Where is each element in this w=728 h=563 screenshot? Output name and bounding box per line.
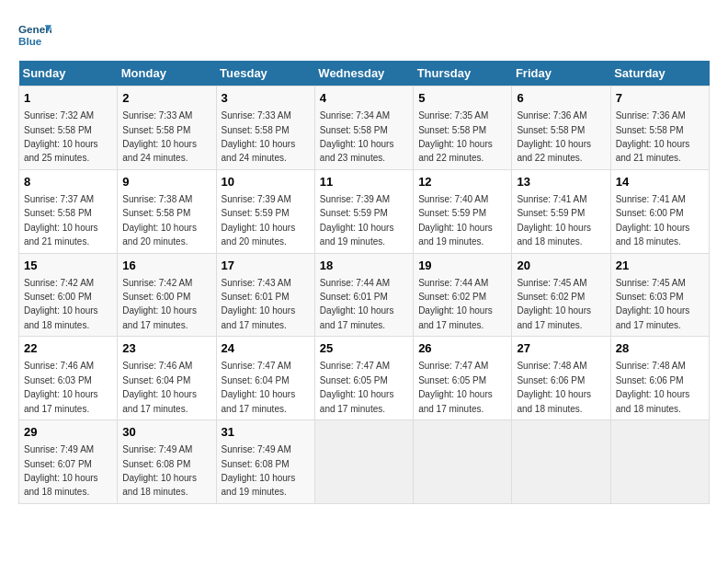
- day-detail: Sunrise: 7:44 AMSunset: 6:01 PMDaylight:…: [320, 278, 394, 330]
- day-detail: Sunrise: 7:44 AMSunset: 6:02 PMDaylight:…: [418, 278, 493, 330]
- calendar-cell: 4 Sunrise: 7:34 AMSunset: 5:58 PMDayligh…: [314, 86, 413, 170]
- day-number: 17: [222, 258, 310, 274]
- calendar-cell: [610, 420, 709, 504]
- day-detail: Sunrise: 7:46 AMSunset: 6:03 PMDaylight:…: [24, 361, 98, 413]
- day-detail: Sunrise: 7:42 AMSunset: 6:00 PMDaylight:…: [122, 278, 197, 330]
- day-detail: Sunrise: 7:42 AMSunset: 6:00 PMDaylight:…: [24, 278, 98, 330]
- day-number: 30: [122, 424, 210, 441]
- logo-icon: General Blue: [18, 18, 51, 52]
- day-detail: Sunrise: 7:48 AMSunset: 6:06 PMDaylight:…: [517, 361, 591, 413]
- day-detail: Sunrise: 7:34 AMSunset: 5:58 PMDaylight:…: [320, 110, 394, 163]
- calendar-cell: 18 Sunrise: 7:44 AMSunset: 6:01 PMDaylig…: [314, 253, 413, 337]
- page-header: General Blue: [18, 18, 710, 52]
- weekday-header-monday: Monday: [118, 61, 216, 86]
- calendar-week-5: 29 Sunrise: 7:49 AMSunset: 6:07 PMDaylig…: [19, 420, 710, 504]
- calendar-cell: 10 Sunrise: 7:39 AMSunset: 5:59 PMDaylig…: [216, 169, 314, 253]
- day-detail: Sunrise: 7:47 AMSunset: 6:04 PMDaylight:…: [222, 361, 296, 413]
- day-detail: Sunrise: 7:41 AMSunset: 6:00 PMDaylight:…: [616, 194, 690, 247]
- calendar-cell: 15 Sunrise: 7:42 AMSunset: 6:00 PMDaylig…: [19, 253, 118, 337]
- day-number: 15: [24, 258, 112, 274]
- calendar-cell: 27 Sunrise: 7:48 AMSunset: 6:06 PMDaylig…: [512, 337, 610, 420]
- calendar-cell: 7 Sunrise: 7:36 AMSunset: 5:58 PMDayligh…: [610, 86, 709, 170]
- day-number: 21: [616, 258, 704, 274]
- day-number: 4: [320, 90, 408, 107]
- calendar-cell: 19 Sunrise: 7:44 AMSunset: 6:02 PMDaylig…: [414, 253, 512, 337]
- calendar-cell: 20 Sunrise: 7:45 AMSunset: 6:02 PMDaylig…: [512, 253, 610, 337]
- calendar-cell: 29 Sunrise: 7:49 AMSunset: 6:07 PMDaylig…: [19, 420, 118, 504]
- day-number: 25: [320, 340, 408, 357]
- calendar-cell: 5 Sunrise: 7:35 AMSunset: 5:58 PMDayligh…: [414, 86, 512, 170]
- calendar-cell: 21 Sunrise: 7:45 AMSunset: 6:03 PMDaylig…: [610, 253, 709, 337]
- day-detail: Sunrise: 7:39 AMSunset: 5:59 PMDaylight:…: [222, 194, 296, 247]
- day-detail: Sunrise: 7:47 AMSunset: 6:05 PMDaylight:…: [320, 361, 394, 413]
- day-detail: Sunrise: 7:48 AMSunset: 6:06 PMDaylight:…: [616, 361, 690, 413]
- day-number: 13: [517, 174, 605, 190]
- day-number: 22: [24, 340, 112, 357]
- calendar-cell: 17 Sunrise: 7:43 AMSunset: 6:01 PMDaylig…: [216, 253, 314, 337]
- calendar-cell: 28 Sunrise: 7:48 AMSunset: 6:06 PMDaylig…: [610, 337, 709, 420]
- calendar-cell: [512, 420, 610, 504]
- day-detail: Sunrise: 7:36 AMSunset: 5:58 PMDaylight:…: [517, 110, 591, 163]
- svg-text:General: General: [18, 23, 51, 35]
- day-detail: Sunrise: 7:32 AMSunset: 5:58 PMDaylight:…: [24, 110, 98, 163]
- calendar-cell: 12 Sunrise: 7:40 AMSunset: 5:59 PMDaylig…: [414, 169, 512, 253]
- calendar-week-2: 8 Sunrise: 7:37 AMSunset: 5:58 PMDayligh…: [19, 169, 710, 253]
- calendar-cell: 1 Sunrise: 7:32 AMSunset: 5:58 PMDayligh…: [19, 86, 118, 170]
- day-number: 11: [320, 174, 408, 190]
- calendar-cell: 14 Sunrise: 7:41 AMSunset: 6:00 PMDaylig…: [610, 169, 709, 253]
- day-number: 28: [616, 340, 704, 357]
- day-number: 6: [517, 90, 605, 107]
- calendar-week-3: 15 Sunrise: 7:42 AMSunset: 6:00 PMDaylig…: [19, 253, 710, 337]
- day-number: 26: [418, 340, 506, 357]
- calendar-cell: 23 Sunrise: 7:46 AMSunset: 6:04 PMDaylig…: [118, 337, 216, 420]
- weekday-header-wednesday: Wednesday: [314, 61, 413, 86]
- calendar-cell: 30 Sunrise: 7:49 AMSunset: 6:08 PMDaylig…: [118, 420, 216, 504]
- day-number: 20: [517, 258, 605, 274]
- day-detail: Sunrise: 7:43 AMSunset: 6:01 PMDaylight:…: [222, 278, 296, 330]
- calendar-cell: [414, 420, 512, 504]
- calendar-cell: 26 Sunrise: 7:47 AMSunset: 6:05 PMDaylig…: [414, 337, 512, 420]
- day-number: 31: [222, 424, 310, 441]
- calendar-cell: 3 Sunrise: 7:33 AMSunset: 5:58 PMDayligh…: [216, 86, 314, 170]
- day-number: 8: [24, 174, 112, 190]
- day-number: 29: [24, 424, 112, 441]
- day-detail: Sunrise: 7:45 AMSunset: 6:02 PMDaylight:…: [517, 278, 591, 330]
- day-number: 2: [122, 90, 210, 107]
- calendar-cell: 25 Sunrise: 7:47 AMSunset: 6:05 PMDaylig…: [314, 337, 413, 420]
- calendar-body: 1 Sunrise: 7:32 AMSunset: 5:58 PMDayligh…: [19, 86, 710, 504]
- logo: General Blue: [18, 18, 57, 52]
- day-detail: Sunrise: 7:37 AMSunset: 5:58 PMDaylight:…: [24, 194, 98, 247]
- calendar-header: SundayMondayTuesdayWednesdayThursdayFrid…: [19, 61, 710, 86]
- day-detail: Sunrise: 7:33 AMSunset: 5:58 PMDaylight:…: [122, 110, 197, 163]
- day-number: 5: [418, 90, 506, 107]
- day-number: 9: [122, 174, 210, 190]
- day-detail: Sunrise: 7:49 AMSunset: 6:08 PMDaylight:…: [222, 444, 296, 497]
- calendar-week-1: 1 Sunrise: 7:32 AMSunset: 5:58 PMDayligh…: [19, 86, 710, 170]
- calendar-cell: 22 Sunrise: 7:46 AMSunset: 6:03 PMDaylig…: [19, 337, 118, 420]
- calendar-cell: 6 Sunrise: 7:36 AMSunset: 5:58 PMDayligh…: [512, 86, 610, 170]
- day-number: 18: [320, 258, 408, 274]
- day-detail: Sunrise: 7:46 AMSunset: 6:04 PMDaylight:…: [122, 361, 197, 413]
- day-detail: Sunrise: 7:39 AMSunset: 5:59 PMDaylight:…: [320, 194, 394, 247]
- day-detail: Sunrise: 7:49 AMSunset: 6:08 PMDaylight:…: [122, 444, 197, 497]
- day-number: 23: [122, 340, 210, 357]
- day-detail: Sunrise: 7:40 AMSunset: 5:59 PMDaylight:…: [418, 194, 493, 247]
- day-number: 7: [616, 90, 704, 107]
- day-number: 19: [418, 258, 506, 274]
- calendar-table: SundayMondayTuesdayWednesdayThursdayFrid…: [18, 61, 710, 504]
- day-detail: Sunrise: 7:36 AMSunset: 5:58 PMDaylight:…: [616, 110, 690, 163]
- day-detail: Sunrise: 7:47 AMSunset: 6:05 PMDaylight:…: [418, 361, 493, 413]
- day-detail: Sunrise: 7:35 AMSunset: 5:58 PMDaylight:…: [418, 110, 493, 163]
- day-number: 16: [122, 258, 210, 274]
- calendar-cell: [314, 420, 413, 504]
- day-number: 24: [222, 340, 310, 357]
- day-detail: Sunrise: 7:41 AMSunset: 5:59 PMDaylight:…: [517, 194, 591, 247]
- day-detail: Sunrise: 7:49 AMSunset: 6:07 PMDaylight:…: [24, 444, 98, 497]
- day-detail: Sunrise: 7:38 AMSunset: 5:58 PMDaylight:…: [122, 194, 197, 247]
- day-number: 12: [418, 174, 506, 190]
- calendar-cell: 16 Sunrise: 7:42 AMSunset: 6:00 PMDaylig…: [118, 253, 216, 337]
- weekday-header-sunday: Sunday: [19, 61, 118, 86]
- calendar-cell: 31 Sunrise: 7:49 AMSunset: 6:08 PMDaylig…: [216, 420, 314, 504]
- day-number: 10: [222, 174, 310, 190]
- day-number: 14: [616, 174, 704, 190]
